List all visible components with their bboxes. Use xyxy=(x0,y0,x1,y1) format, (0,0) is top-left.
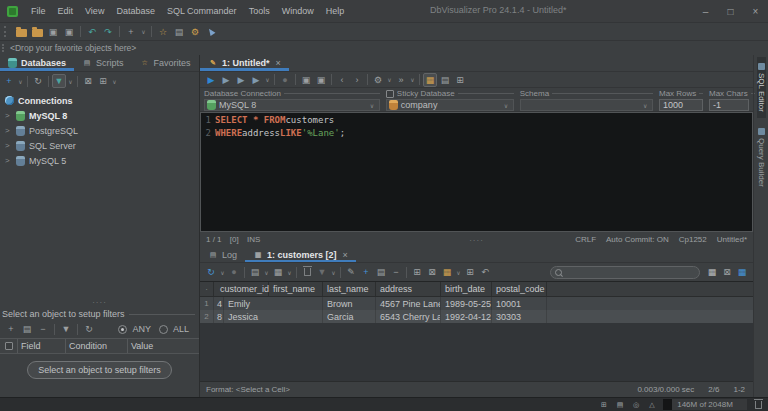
column-header-address[interactable]: address xyxy=(376,282,441,296)
reload-result-button[interactable]: ↻ xyxy=(204,265,218,279)
minimize-button[interactable]: – xyxy=(693,0,718,22)
history-back-button[interactable]: ‹ xyxy=(335,73,349,87)
checkbox-icon[interactable] xyxy=(5,342,13,350)
add-connection-caret-icon[interactable]: ∨ xyxy=(17,74,24,88)
cell-customer-id[interactable]: 4 xyxy=(214,297,224,310)
remove-row-button[interactable]: − xyxy=(389,265,403,279)
disconnect-button[interactable]: ↷ xyxy=(101,25,115,39)
row-number[interactable]: 2 xyxy=(200,310,214,323)
copy-filter-button[interactable]: ▤ xyxy=(20,322,34,336)
tree-item-postgresql[interactable]: > PostgreSQL xyxy=(0,123,199,138)
stop-button[interactable]: ● xyxy=(278,73,292,87)
grid-tool-button[interactable]: ▤ xyxy=(172,25,186,39)
show-grid-output-button[interactable]: ▦ xyxy=(423,73,437,87)
tree-item-mysql5[interactable]: > MySQL 5 xyxy=(0,153,199,168)
expand-all-button[interactable]: ⊠ xyxy=(81,74,95,88)
wizard-button[interactable]: ☆ xyxy=(156,25,170,39)
database-connection-select[interactable]: MySQL 8 ∨ xyxy=(204,99,380,111)
cell-first-name[interactable]: Jessica xyxy=(224,310,323,323)
add-dropdown-caret-icon[interactable]: ∨ xyxy=(140,25,147,39)
show-chart-output-button[interactable]: ⊞ xyxy=(453,73,467,87)
close-button[interactable]: × xyxy=(743,0,768,22)
favorites-drag-handle[interactable] xyxy=(2,44,7,52)
commit-caret-icon[interactable]: ∨ xyxy=(409,73,416,87)
grid-view-caret-icon[interactable]: ∨ xyxy=(286,265,293,279)
column-header-birth-date[interactable]: birth_date xyxy=(441,282,492,296)
save-as-button[interactable]: ▣ xyxy=(62,25,76,39)
quick-filter-button[interactable]: ▦ xyxy=(705,265,719,279)
autocommit-status[interactable]: Auto Commit: ON xyxy=(606,235,669,244)
expand-chevron-icon[interactable]: > xyxy=(5,111,12,120)
menu-tools[interactable]: Tools xyxy=(243,6,276,16)
execute-button[interactable]: ▶ xyxy=(204,73,218,87)
tree-item-mysql8[interactable]: > MySQL 8 xyxy=(0,108,199,123)
tab-query-builder[interactable]: Query Builder xyxy=(757,122,766,193)
explain-caret-icon[interactable]: ∨ xyxy=(386,73,393,87)
history-forward-button[interactable]: › xyxy=(350,73,364,87)
execute-current-button[interactable]: ▶ xyxy=(249,73,263,87)
sticky-database-checkbox[interactable] xyxy=(386,90,394,98)
table-row[interactable]: 1 4 Emily Brown 4567 Pine Lane 1989-05-2… xyxy=(200,297,753,310)
collapse-caret-icon[interactable]: ∨ xyxy=(111,74,118,88)
menu-sql-commander[interactable]: SQL Commander xyxy=(161,6,243,16)
chart-caret-icon[interactable]: ∨ xyxy=(455,265,462,279)
cell-last-name[interactable]: Brown xyxy=(323,297,376,310)
grid-corner-cell[interactable]: · xyxy=(200,282,214,296)
cell-birth-date[interactable]: 1992-04-12 xyxy=(441,310,492,323)
export-button[interactable]: ▤ xyxy=(248,265,262,279)
execute-buffer-button[interactable]: ▶ xyxy=(234,73,248,87)
column-setup-button[interactable]: ▦ xyxy=(735,265,749,279)
encoding-status[interactable]: Cp1252 xyxy=(679,235,707,244)
rows-status-icon[interactable]: ▤ xyxy=(615,398,625,411)
expand-chevron-icon[interactable]: > xyxy=(5,141,12,150)
cell-last-name[interactable]: Garcia xyxy=(323,310,376,323)
cell-postal-code[interactable]: 10001 xyxy=(492,297,547,310)
max-chars-input[interactable]: -1 xyxy=(709,99,749,111)
tab-sql-editor[interactable]: SQL Editor xyxy=(757,57,766,118)
stop-load-button[interactable]: ● xyxy=(227,265,241,279)
add-button[interactable]: + xyxy=(124,25,138,39)
save-sql-button[interactable]: ▣ xyxy=(299,73,313,87)
column-header-customer-id[interactable]: customer_id xyxy=(214,282,269,296)
close-tab-icon[interactable]: × xyxy=(343,250,348,260)
open-file-button[interactable] xyxy=(14,25,28,39)
garbage-collect-button[interactable] xyxy=(753,398,764,411)
undo-edit-button[interactable]: ↶ xyxy=(478,265,492,279)
cell-address[interactable]: 4567 Pine Lane xyxy=(376,297,441,310)
refresh-tree-button[interactable]: ↻ xyxy=(31,74,45,88)
column-header-postal-code[interactable]: postal_code xyxy=(492,282,547,296)
schema-select[interactable]: ∨ xyxy=(520,99,653,111)
editor-results-splitter-handle[interactable]: ···· xyxy=(469,236,484,245)
clear-search-button[interactable]: ⊠ xyxy=(720,265,734,279)
tab-databases[interactable]: Databases xyxy=(0,55,74,71)
key-tool-button[interactable]: ⚙ xyxy=(188,25,202,39)
memory-indicator[interactable]: 146M of 2048M xyxy=(663,399,747,410)
compare-button[interactable]: ⊠ xyxy=(425,265,439,279)
target-status-icon[interactable]: ◎ xyxy=(631,398,641,411)
add-connection-button[interactable]: + xyxy=(2,74,16,88)
menu-window[interactable]: Window xyxy=(276,6,320,16)
warning-status-icon[interactable]: △ xyxy=(647,398,657,411)
save-sql-as-button[interactable]: ▣ xyxy=(314,73,328,87)
filter-tree-button[interactable]: ▼ xyxy=(52,74,66,88)
cell-customer-id[interactable]: 8 xyxy=(214,310,224,323)
edit-cell-button[interactable]: ✎ xyxy=(344,265,358,279)
filter-result-caret-icon[interactable]: ∨ xyxy=(330,265,337,279)
cell-postal-code[interactable]: 30303 xyxy=(492,310,547,323)
tab-scripts[interactable]: ▤ Scripts xyxy=(74,55,132,71)
execute-script-button[interactable]: ▶ xyxy=(219,73,233,87)
explain-plan-button[interactable]: ⚙ xyxy=(371,73,385,87)
max-rows-input[interactable]: 1000 xyxy=(659,99,703,111)
apply-filter-button[interactable]: ▼ xyxy=(59,322,73,336)
menu-view[interactable]: View xyxy=(79,6,110,16)
collapse-all-button[interactable]: ⊞ xyxy=(96,74,110,88)
toolbar-drag-handle[interactable] xyxy=(4,26,9,37)
menu-database[interactable]: Database xyxy=(110,6,161,16)
sql-editor[interactable]: 1 SELECT * FROM customers 2 WHERE addres… xyxy=(200,112,753,232)
reload-caret-icon[interactable]: ∨ xyxy=(219,265,226,279)
column-header-last-name[interactable]: last_name xyxy=(323,282,376,296)
tab-favorites[interactable]: ☆ Favorites xyxy=(132,55,199,71)
connect-button[interactable]: ↶ xyxy=(85,25,99,39)
chart-view-button[interactable]: ▦ xyxy=(440,265,454,279)
select-object-button[interactable]: Select an object to setup filters xyxy=(27,361,172,379)
